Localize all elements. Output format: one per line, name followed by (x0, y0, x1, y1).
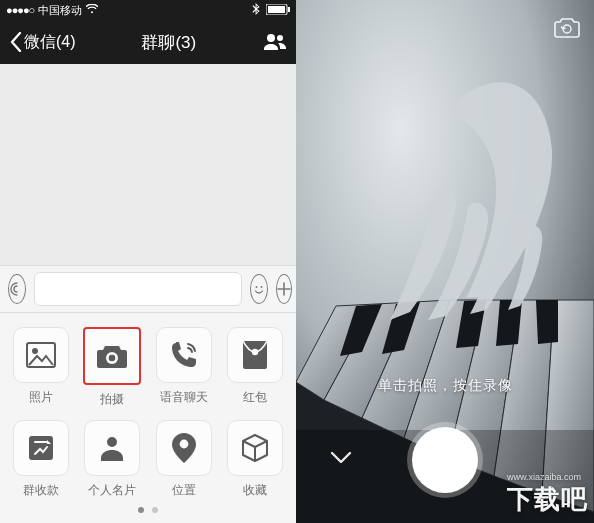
attachments-button[interactable] (276, 274, 292, 304)
red-packet-icon (227, 327, 283, 383)
wechat-chat-screen: ●●●●○ 中国移动 微信(4) 群聊(3) (0, 0, 296, 523)
attachment-label: 拍摄 (100, 391, 124, 408)
attachment-camera[interactable]: 拍摄 (82, 327, 144, 408)
svg-point-8 (109, 355, 116, 362)
switch-camera-button[interactable] (554, 16, 580, 42)
group-collect-icon (13, 420, 69, 476)
attachment-contact-card[interactable]: 个人名片 (82, 420, 144, 499)
favorites-icon (227, 420, 283, 476)
attachment-location[interactable]: 位置 (153, 420, 215, 499)
attachment-voice-call[interactable]: 语音聊天 (153, 327, 215, 408)
attachment-label: 群收款 (23, 482, 59, 499)
svg-marker-25 (496, 300, 522, 346)
attachment-label: 位置 (172, 482, 196, 499)
svg-point-4 (261, 286, 263, 288)
battery-icon (266, 4, 290, 17)
camera-icon (83, 327, 141, 385)
svg-point-12 (179, 440, 188, 449)
attachment-favorites[interactable]: 收藏 (225, 420, 287, 499)
attachment-photo[interactable]: 照片 (10, 327, 72, 408)
emoji-button[interactable] (250, 274, 268, 304)
attachment-label: 红包 (243, 389, 267, 406)
attachments-panel: 照片拍摄语音聊天红包群收款个人名片位置收藏 (0, 313, 296, 523)
attachment-label: 个人名片 (88, 482, 136, 499)
attachment-label: 语音聊天 (160, 389, 208, 406)
shutter-button[interactable] (412, 427, 478, 493)
input-toolbar (0, 265, 296, 313)
bluetooth-icon (252, 3, 260, 17)
svg-point-6 (32, 348, 38, 354)
photo-icon (13, 327, 69, 383)
camera-controls (296, 427, 594, 493)
camera-close-button[interactable] (330, 451, 352, 469)
signal-dots-icon: ●●●●○ (6, 4, 34, 16)
camera-screen: 单击拍照，按住录像 (296, 0, 594, 523)
attachment-label: 收藏 (243, 482, 267, 499)
voice-call-icon (156, 327, 212, 383)
page-title: 群聊(3) (141, 31, 196, 54)
status-bar: ●●●●○ 中国移动 (0, 0, 296, 20)
attachment-red-packet[interactable]: 红包 (225, 327, 287, 408)
wifi-icon (86, 4, 98, 16)
group-members-button[interactable] (262, 32, 286, 52)
svg-rect-11 (29, 436, 53, 460)
camera-hint: 单击拍照，按住录像 (296, 377, 594, 395)
attachment-group-collect[interactable]: 群收款 (10, 420, 72, 499)
nav-bar: 微信(4) 群聊(3) (0, 20, 296, 64)
pager-dot[interactable] (138, 507, 144, 513)
svg-rect-1 (288, 7, 290, 12)
message-input[interactable] (34, 272, 242, 306)
location-icon (156, 420, 212, 476)
svg-point-3 (256, 286, 258, 288)
back-button[interactable]: 微信(4) (10, 32, 76, 53)
panel-pager (10, 499, 286, 517)
carrier-label: 中国移动 (38, 3, 82, 18)
svg-marker-26 (536, 300, 558, 344)
chat-messages-area[interactable] (0, 64, 296, 265)
svg-rect-2 (268, 6, 285, 13)
attachment-label: 照片 (29, 389, 53, 406)
back-label: 微信(4) (24, 32, 76, 53)
voice-input-button[interactable] (8, 274, 26, 304)
contact-card-icon (84, 420, 140, 476)
pager-dot[interactable] (152, 507, 158, 513)
svg-point-10 (252, 349, 258, 355)
